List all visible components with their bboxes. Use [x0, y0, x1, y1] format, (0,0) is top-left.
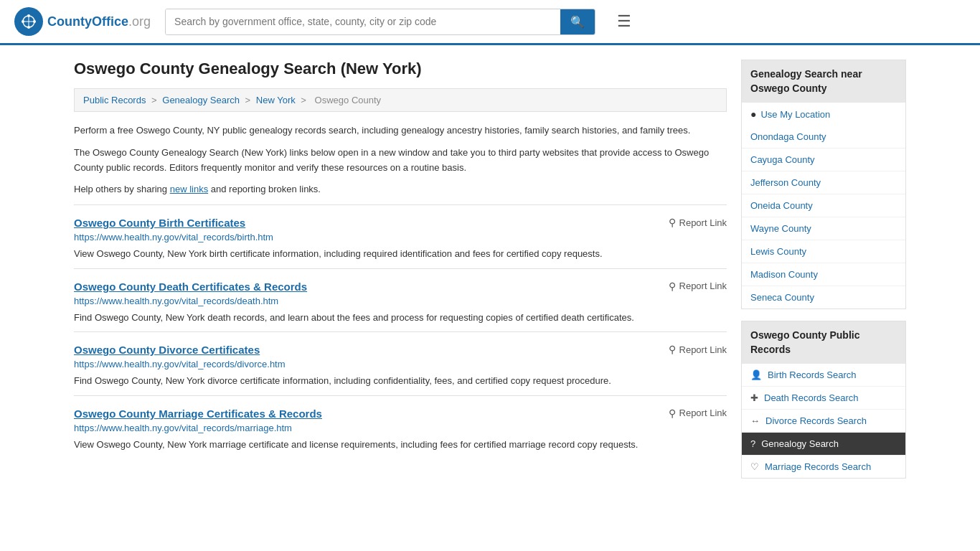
- search-input[interactable]: [166, 9, 560, 34]
- record-link[interactable]: Marriage Records Search: [765, 461, 871, 472]
- sidebar-county-item[interactable]: Oneida County: [742, 194, 905, 217]
- report-link-label: Report Link: [679, 408, 727, 418]
- result-header: Oswego County Marriage Certificates & Re…: [74, 408, 727, 420]
- logo[interactable]: CountyOffice.org: [14, 7, 151, 36]
- sidebar-county-item[interactable]: Wayne County: [742, 217, 905, 240]
- public-records-section: Oswego County Public Records 👤 Birth Rec…: [741, 321, 906, 479]
- page-title: Oswego County Genealogy Search (New York…: [74, 60, 727, 78]
- report-link-label: Report Link: [679, 281, 727, 291]
- menu-icon[interactable]: ☰: [617, 12, 631, 31]
- result-url[interactable]: https://www.health.ny.gov/vital_records/…: [74, 423, 727, 433]
- breadcrumb-current: Oswego County: [315, 95, 382, 105]
- record-link[interactable]: Divorce Records Search: [765, 415, 867, 426]
- record-icon: ?: [750, 438, 755, 449]
- result-description: Find Oswego County, New York divorce cer…: [74, 374, 727, 388]
- nearby-counties: Onondaga CountyCayuga CountyJefferson Co…: [742, 126, 905, 309]
- result-item: Oswego County Birth Certificates ⚲ Repor…: [74, 204, 727, 268]
- sidebar-county-item[interactable]: Seneca County: [742, 286, 905, 309]
- results-container: Oswego County Birth Certificates ⚲ Repor…: [74, 204, 727, 458]
- sidebar-record-item[interactable]: ✚ Death Records Search: [742, 387, 905, 410]
- report-link-label: Report Link: [679, 217, 727, 228]
- content-area: Oswego County Genealogy Search (New York…: [74, 60, 727, 490]
- record-icon: ♡: [750, 461, 759, 472]
- sidebar: Genealogy Search near Oswego County ● Us…: [741, 60, 906, 490]
- report-icon: ⚲: [669, 344, 676, 355]
- sidebar-record-item[interactable]: ↔ Divorce Records Search: [742, 410, 905, 433]
- sidebar-county-item[interactable]: Onondaga County: [742, 126, 905, 149]
- sidebar-county-item[interactable]: Cayuga County: [742, 149, 905, 171]
- county-link[interactable]: Onondaga County: [750, 131, 826, 142]
- use-location-item[interactable]: ● Use My Location: [742, 103, 905, 126]
- result-description: View Oswego County, New York birth certi…: [74, 247, 727, 261]
- sidebar-county-item[interactable]: Lewis County: [742, 240, 905, 263]
- result-item: Oswego County Divorce Certificates ⚲ Rep…: [74, 331, 727, 395]
- sidebar-record-item[interactable]: ♡ Marriage Records Search: [742, 456, 905, 478]
- result-title[interactable]: Oswego County Death Certificates & Recor…: [74, 281, 307, 293]
- record-icon: 👤: [750, 369, 762, 380]
- result-header: Oswego County Death Certificates & Recor…: [74, 281, 727, 293]
- sidebar-county-item[interactable]: Jefferson County: [742, 171, 905, 194]
- result-description: Find Oswego County, New York death recor…: [74, 311, 727, 325]
- search-button[interactable]: 🔍: [560, 9, 595, 34]
- result-url[interactable]: https://www.health.ny.gov/vital_records/…: [74, 296, 727, 306]
- county-link[interactable]: Seneca County: [750, 292, 814, 303]
- result-description: View Oswego County, New York marriage ce…: [74, 438, 727, 452]
- location-icon: ●: [750, 108, 756, 120]
- result-title[interactable]: Oswego County Divorce Certificates: [74, 344, 260, 356]
- desc-para2: The Oswego County Genealogy Search (New …: [74, 146, 727, 176]
- result-header: Oswego County Birth Certificates ⚲ Repor…: [74, 217, 727, 229]
- sidebar-record-item[interactable]: 👤 Birth Records Search: [742, 364, 905, 387]
- result-url[interactable]: https://www.health.ny.gov/vital_records/…: [74, 232, 727, 242]
- public-records-header: Oswego County Public Records: [742, 321, 905, 364]
- breadcrumb-public-records[interactable]: Public Records: [83, 95, 146, 105]
- report-link[interactable]: ⚲ Report Link: [669, 408, 727, 419]
- sidebar-county-item[interactable]: Madison County: [742, 263, 905, 286]
- report-link[interactable]: ⚲ Report Link: [669, 281, 727, 292]
- county-link[interactable]: Jefferson County: [750, 177, 821, 188]
- logo-text: CountyOffice.org: [47, 14, 151, 29]
- breadcrumb-genealogy-search[interactable]: Genealogy Search: [162, 95, 240, 105]
- report-link[interactable]: ⚲ Report Link: [669, 344, 727, 355]
- report-link[interactable]: ⚲ Report Link: [669, 217, 727, 228]
- sidebar-record-item[interactable]: ? Genealogy Search: [742, 433, 905, 456]
- record-link[interactable]: Birth Records Search: [768, 369, 857, 380]
- report-icon: ⚲: [669, 408, 676, 419]
- nearby-header: Genealogy Search near Oswego County: [742, 60, 905, 103]
- county-link[interactable]: Madison County: [750, 269, 818, 280]
- result-url[interactable]: https://www.health.ny.gov/vital_records/…: [74, 359, 727, 369]
- county-link[interactable]: Lewis County: [750, 246, 806, 257]
- result-item: Oswego County Death Certificates & Recor…: [74, 268, 727, 332]
- search-bar: 🔍: [165, 9, 595, 35]
- result-header: Oswego County Divorce Certificates ⚲ Rep…: [74, 344, 727, 356]
- record-icon: ↔: [750, 415, 760, 426]
- breadcrumb-new-york[interactable]: New York: [256, 95, 296, 105]
- report-link-label: Report Link: [679, 344, 727, 355]
- result-title[interactable]: Oswego County Birth Certificates: [74, 217, 245, 229]
- result-item: Oswego County Marriage Certificates & Re…: [74, 395, 727, 459]
- record-icon: ✚: [750, 392, 758, 403]
- logo-icon: [14, 7, 43, 36]
- record-link[interactable]: Genealogy Search: [761, 438, 839, 449]
- use-location-link[interactable]: Use My Location: [760, 109, 830, 120]
- county-link[interactable]: Wayne County: [750, 223, 811, 234]
- report-icon: ⚲: [669, 281, 676, 292]
- public-records-list: 👤 Birth Records Search ✚ Death Records S…: [742, 364, 905, 478]
- county-link[interactable]: Oneida County: [750, 200, 813, 211]
- breadcrumb: Public Records > Genealogy Search > New …: [74, 88, 727, 112]
- new-links-link[interactable]: new links: [170, 184, 208, 194]
- main-container: Oswego County Genealogy Search (New York…: [60, 45, 920, 504]
- report-icon: ⚲: [669, 217, 676, 228]
- search-icon: 🔍: [570, 16, 585, 28]
- page-description: Perform a free Oswego County, NY public …: [74, 123, 727, 197]
- site-header: CountyOffice.org 🔍 ☰: [0, 0, 980, 45]
- county-link[interactable]: Cayuga County: [750, 154, 815, 165]
- desc-para1: Perform a free Oswego County, NY public …: [74, 123, 727, 138]
- desc-para3: Help others by sharing new links and rep…: [74, 182, 727, 197]
- record-link[interactable]: Death Records Search: [764, 392, 859, 403]
- nearby-section: Genealogy Search near Oswego County ● Us…: [741, 60, 906, 309]
- result-title[interactable]: Oswego County Marriage Certificates & Re…: [74, 408, 322, 420]
